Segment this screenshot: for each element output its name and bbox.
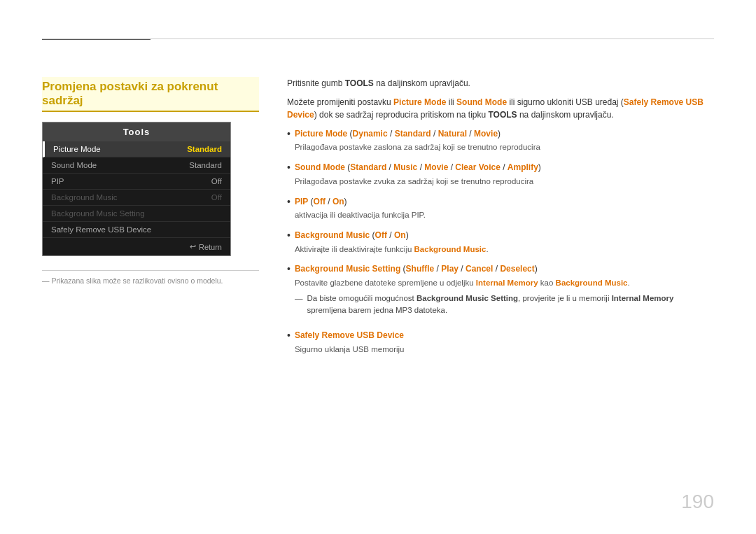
- tools-row-sound-mode: Sound Mode Standard: [43, 157, 230, 174]
- sub-line: Aktivirajte ili deaktivirajte funkciju B…: [295, 244, 714, 256]
- bullet-content: Background Music (Off / On) Aktivirajte …: [295, 229, 714, 255]
- tools-row-value: Off: [211, 177, 222, 185]
- list-item-safely-remove: • Safely Remove USB Device Sigurno uklan…: [287, 329, 714, 356]
- list-item-bg-music-setting: • Background Music Setting (Shuffle / Pl…: [287, 262, 714, 322]
- tools-row-picture-mode: Picture Mode Standard: [43, 141, 230, 157]
- model-note: — Prikazana slika može se razlikovati ov…: [42, 270, 259, 285]
- tools-row-value: Standard: [187, 145, 222, 153]
- main-line: Safely Remove USB Device: [295, 329, 714, 342]
- tools-row-bg-music: Background Music Off: [43, 190, 230, 206]
- tools-row-label: Background Music: [51, 193, 118, 202]
- bullet-content: Background Music Setting (Shuffle / Play…: [295, 262, 714, 322]
- dash-note: — Da biste omogućili mogućnost Backgroun…: [295, 293, 714, 317]
- return-label: Return: [199, 243, 222, 251]
- sub-line: Prilagođava postavke zaslona za sadržaj …: [295, 141, 714, 154]
- page-number: 190: [681, 491, 714, 513]
- dash-text: Da biste omogućili mogućnost Background …: [307, 293, 714, 317]
- tools-row-label: Picture Mode: [53, 145, 101, 153]
- tools-row-safely-remove: Safely Remove USB Device: [43, 222, 230, 238]
- sub-line: Prilagođava postavke zvuka za sadržaj ko…: [295, 176, 714, 188]
- main-line: PIP (Off / On): [295, 195, 714, 209]
- bullet-content: Sound Mode (Standard / Music / Movie / C…: [295, 161, 714, 188]
- bullet-dot: •: [287, 195, 290, 209]
- right-column: Pritisnite gumb TOOLS na daljinskom upra…: [287, 77, 714, 363]
- sub-line: Postavite glazbene datoteke spremljene u…: [295, 277, 714, 290]
- list-item-pip: • PIP (Off / On) aktivacija ili deaktiva…: [287, 195, 714, 222]
- top-line: [42, 38, 714, 39]
- sub-line: Sigurno uklanja USB memoriju: [295, 344, 714, 356]
- tools-row-pip: PIP Off: [43, 174, 230, 190]
- tools-row-label: Sound Mode: [51, 161, 97, 169]
- bullet-content: Picture Mode (Dynamic / Standard / Natur…: [295, 127, 714, 154]
- dash-symbol: —: [295, 293, 303, 317]
- bullet-dot: •: [287, 229, 290, 243]
- list-item-picture-mode: • Picture Mode (Dynamic / Standard / Nat…: [287, 127, 714, 154]
- bullet-dot: •: [287, 262, 290, 276]
- main-line: Background Music Setting (Shuffle / Play…: [295, 262, 714, 276]
- tools-menu-header: Tools: [43, 122, 230, 141]
- tools-footer: ↩ Return: [43, 238, 230, 255]
- main-line: Background Music (Off / On): [295, 229, 714, 242]
- intro-paragraph-1: Pritisnite gumb TOOLS na daljinskom upra…: [287, 77, 714, 90]
- tools-row-label: Background Music Setting: [51, 209, 145, 218]
- tools-row-value: Off: [211, 193, 222, 202]
- tools-row-label: PIP: [51, 177, 64, 185]
- tools-row-value: Standard: [189, 161, 222, 169]
- return-arrow-icon: ↩: [190, 242, 196, 251]
- intro-paragraph-2: Možete promijeniti postavku Picture Mode…: [287, 96, 714, 122]
- bullet-content: Safely Remove USB Device Sigurno uklanja…: [295, 329, 714, 356]
- bullet-dot: •: [287, 161, 290, 175]
- sub-line: aktivacija ili deaktivacija funkcija PIP…: [295, 209, 714, 222]
- tools-row-bg-music-setting: Background Music Setting: [43, 206, 230, 222]
- tools-row-label: Safely Remove USB Device: [51, 225, 151, 234]
- tools-menu: Tools Picture Mode Standard Sound Mode S…: [42, 122, 231, 256]
- main-line: Picture Mode (Dynamic / Standard / Natur…: [295, 127, 714, 141]
- features-list: • Picture Mode (Dynamic / Standard / Nat…: [287, 127, 714, 356]
- left-column: Promjena postavki za pokrenut sadržaj To…: [42, 77, 259, 363]
- main-line: Sound Mode (Standard / Music / Movie / C…: [295, 161, 714, 174]
- bullet-dot: •: [287, 329, 290, 343]
- section-title: Promjena postavki za pokrenut sadržaj: [42, 77, 259, 112]
- list-item-sound-mode: • Sound Mode (Standard / Music / Movie /…: [287, 161, 714, 188]
- bullet-content: PIP (Off / On) aktivacija ili deaktivaci…: [295, 195, 714, 222]
- bullet-dot: •: [287, 127, 290, 141]
- list-item-bg-music: • Background Music (Off / On) Aktivirajt…: [287, 229, 714, 255]
